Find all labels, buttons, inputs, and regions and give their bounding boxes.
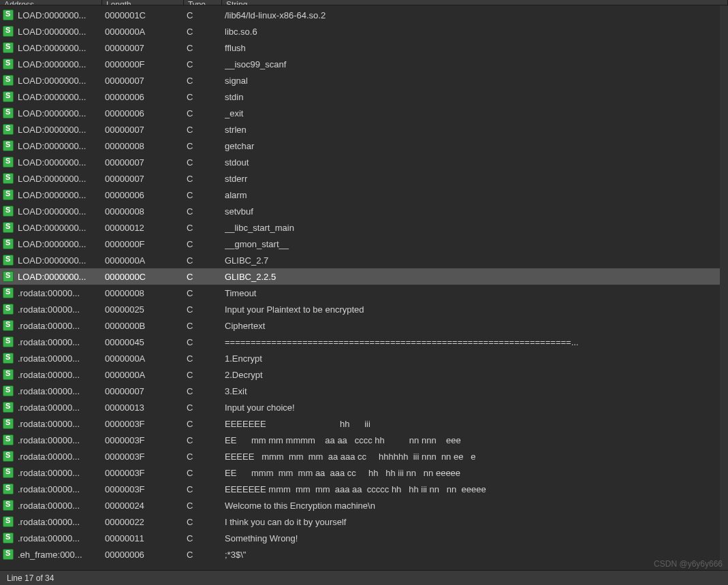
table-row[interactable]: LOAD:0000000...00000006C_exit (0, 105, 728, 121)
cell-address: .rodata:00000... (18, 435, 105, 445)
table-row[interactable]: LOAD:0000000...0000000FC__isoc99_scanf (0, 56, 728, 72)
cell-string: stdout (225, 157, 728, 168)
cell-address: LOAD:0000000... (18, 206, 105, 217)
cell-string: EE mm mm mmmm aa aa cccc hh nn nnn eee (225, 435, 728, 445)
table-row[interactable]: LOAD:0000000...00000007Csignal (0, 72, 728, 89)
cell-string: ;*3$\" (225, 550, 728, 560)
table-row[interactable]: LOAD:0000000...00000007Cfflush (0, 39, 728, 56)
table-row[interactable]: .rodata:00000...00000045C===============… (0, 334, 728, 350)
cell-address: .rodata:00000... (18, 517, 105, 527)
cell-address: LOAD:0000000... (18, 272, 105, 282)
table-row[interactable]: LOAD:0000000...00000008Csetvbuf (0, 203, 728, 219)
table-row[interactable]: .eh_frame:000...00000006C;*3$\" (0, 546, 728, 563)
table-row[interactable]: LOAD:0000000...00000006Cstdin (0, 89, 728, 105)
cell-string: I think you can do it by yourself (225, 517, 728, 527)
cell-type: C (187, 435, 225, 445)
table-row[interactable]: LOAD:0000000...0000000AClibc.so.6 (0, 23, 728, 39)
table-row[interactable]: LOAD:0000000...00000007Cstderr (0, 170, 728, 187)
cell-length: 00000008 (105, 206, 187, 217)
cell-address: .rodata:00000... (18, 288, 105, 298)
cell-length: 0000003F (105, 468, 187, 478)
cell-string: GLIBC_2.7 (225, 255, 728, 266)
cell-string: __libc_start_main (225, 223, 728, 233)
col-header-address[interactable]: Address (0, 0, 102, 5)
string-icon (3, 516, 14, 527)
table-row[interactable]: .rodata:00000...0000000AC1.Encrypt (0, 350, 728, 366)
cell-type: C (187, 484, 225, 494)
string-icon (3, 434, 14, 445)
table-row[interactable]: .rodata:00000...0000003FCEEEEEEE mmm mm … (0, 481, 728, 497)
cell-address: LOAD:0000000... (18, 10, 105, 20)
cell-length: 00000007 (105, 43, 187, 53)
cell-string: alarm (225, 190, 728, 200)
cell-string: _exit (225, 108, 728, 118)
cell-length: 00000008 (105, 288, 187, 298)
table-row[interactable]: .rodata:00000...00000011CSomething Wrong… (0, 530, 728, 546)
table-row[interactable]: LOAD:0000000...0000001CC/lib64/ld-linux-… (0, 7, 728, 23)
table-row[interactable]: .rodata:00000...0000003FCEE mmm mm mm aa… (0, 464, 728, 481)
table-row[interactable]: LOAD:0000000...00000008Cgetchar (0, 138, 728, 154)
table-row[interactable]: .rodata:00000...00000013CInput your choi… (0, 399, 728, 415)
string-icon (3, 140, 14, 151)
cell-type: C (187, 27, 225, 37)
vertical-scrollbar[interactable] (720, 5, 728, 570)
cell-string: fflush (225, 43, 728, 53)
cell-string: Input your choice! (225, 402, 728, 413)
status-bar: Line 17 of 34 (0, 570, 728, 585)
table-row[interactable]: .rodata:00000...0000000BCCiphertext (0, 317, 728, 334)
string-icon (3, 287, 14, 298)
cell-string: Welcome to this Encryption machine\n (225, 501, 728, 511)
cell-type: C (187, 402, 225, 413)
cell-type: C (187, 288, 225, 298)
table-row[interactable]: LOAD:0000000...0000000FC__gmon_start__ (0, 236, 728, 252)
string-icon (3, 549, 14, 560)
cell-address: LOAD:0000000... (18, 108, 105, 118)
cell-address: .rodata:00000... (18, 533, 105, 543)
cell-string: Input your Plaintext to be encrypted (225, 304, 728, 315)
cell-address: .rodata:00000... (18, 321, 105, 331)
string-icon (3, 385, 14, 396)
table-row[interactable]: LOAD:0000000...0000000ACGLIBC_2.7 (0, 252, 728, 268)
table-row[interactable]: .rodata:00000...00000022CI think you can… (0, 513, 728, 530)
cell-address: LOAD:0000000... (18, 255, 105, 266)
col-header-string[interactable]: String (222, 0, 728, 5)
string-icon (3, 500, 14, 511)
table-row[interactable]: .rodata:00000...0000000AC2.Decrypt (0, 366, 728, 383)
table-row[interactable]: LOAD:0000000...00000007Cstrlen (0, 121, 728, 138)
string-icon (3, 533, 14, 543)
table-row[interactable]: LOAD:0000000...00000006Calarm (0, 187, 728, 203)
cell-address: .rodata:00000... (18, 337, 105, 347)
string-icon (3, 484, 14, 494)
string-icon (3, 108, 14, 118)
cell-type: C (187, 174, 225, 184)
col-header-type[interactable]: Type (184, 0, 222, 5)
watermark: CSDN @y6y6y666 (654, 559, 723, 569)
string-icon (3, 75, 14, 86)
cell-length: 00000012 (105, 223, 187, 233)
cell-length: 0000003F (105, 435, 187, 445)
cell-length: 0000000A (105, 27, 187, 37)
cell-address: .eh_frame:000... (18, 550, 105, 560)
string-icon (3, 189, 14, 200)
cell-string: libc.so.6 (225, 27, 728, 37)
strings-table[interactable]: LOAD:0000000...0000001CC/lib64/ld-linux-… (0, 5, 728, 563)
string-icon (3, 255, 14, 266)
cell-address: LOAD:0000000... (18, 141, 105, 151)
table-row[interactable]: .rodata:00000...0000003FCEEEEEEE hh iii (0, 415, 728, 432)
string-icon (3, 10, 14, 20)
table-row[interactable]: .rodata:00000...00000008CTimeout (0, 285, 728, 301)
cell-address: LOAD:0000000... (18, 76, 105, 86)
cell-string: /lib64/ld-linux-x86-64.so.2 (225, 10, 728, 20)
col-header-length[interactable]: Length (102, 0, 184, 5)
table-row[interactable]: .rodata:00000...0000003FCEE mm mm mmmm a… (0, 432, 728, 448)
table-row[interactable]: LOAD:0000000...00000012C__libc_start_mai… (0, 219, 728, 236)
table-row[interactable]: LOAD:0000000...00000007Cstdout (0, 154, 728, 170)
table-row[interactable]: .rodata:00000...00000007C3.Exit (0, 383, 728, 399)
table-row[interactable]: .rodata:00000...0000003FCEEEEE mmm mm mm… (0, 448, 728, 464)
table-row[interactable]: LOAD:0000000...0000000CCGLIBC_2.2.5 (0, 268, 728, 285)
cell-length: 00000013 (105, 402, 187, 413)
table-row[interactable]: .rodata:00000...00000025CInput your Plai… (0, 301, 728, 317)
table-row[interactable]: .rodata:00000...00000024CWelcome to this… (0, 497, 728, 513)
cell-string: Something Wrong! (225, 533, 728, 543)
cell-string: __gmon_start__ (225, 239, 728, 249)
